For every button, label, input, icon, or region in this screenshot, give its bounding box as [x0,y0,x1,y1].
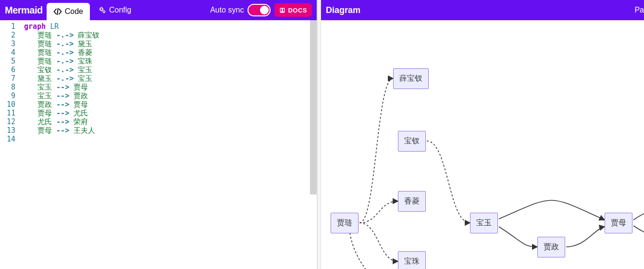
book-icon [279,7,285,13]
tab-code-label: Code [65,7,83,16]
docs-label: DOCS [288,7,307,14]
auto-sync-toggle[interactable] [248,4,271,16]
left-header: Mermaid Code Config Auto sync DOCS [0,0,317,20]
node-jiazheng[interactable]: 贾政 [537,237,565,257]
code-editor[interactable]: 1234567891011121314 graph LR贾琏 -.-> 薛宝钗贾… [0,20,317,269]
truncated-text: Pa [634,6,644,14]
node-jialian[interactable]: 贾琏 [331,213,359,233]
node-xiangling[interactable]: 香菱 [398,191,426,212]
docs-button[interactable]: DOCS [274,3,312,17]
node-baozhu[interactable]: 宝珠 [398,251,426,269]
left-panel: Mermaid Code Config Auto sync DOCS 12345… [0,0,317,269]
line-gutter: 1234567891011121314 [0,21,24,269]
tab-config[interactable]: Config [94,6,136,14]
code-icon [53,8,62,15]
node-baoyu[interactable]: 宝玉 [470,213,498,233]
svg-point-1 [103,11,105,13]
diagram-canvas[interactable]: 贾琏薛宝钗宝钗香菱宝珠宝玉贾政贾母 [321,20,644,269]
panel-divider[interactable] [317,0,321,269]
right-header: Diagram Pa [321,0,644,20]
node-jiamu[interactable]: 贾母 [605,213,632,233]
tab-config-label: Config [109,6,131,14]
auto-sync-group: Auto sync [210,4,271,16]
right-panel: Diagram Pa 贾琏薛宝钗宝钗香菱宝珠宝玉贾政贾母 [321,0,644,269]
tab-code[interactable]: Code [47,3,90,20]
gear-icon [99,6,106,14]
code-area[interactable]: graph LR贾琏 -.-> 薛宝钗贾琏 -.-> 黛玉贾琏 -.-> 香菱贾… [24,21,317,269]
node-baochai[interactable]: 宝钗 [398,131,426,152]
diagram-title: Diagram [326,5,360,15]
brand: Mermaid [5,5,43,16]
auto-sync-label: Auto sync [210,6,244,14]
node-xuebaochai[interactable]: 薛宝钗 [393,68,429,89]
editor-scrollbar[interactable] [310,20,317,194]
